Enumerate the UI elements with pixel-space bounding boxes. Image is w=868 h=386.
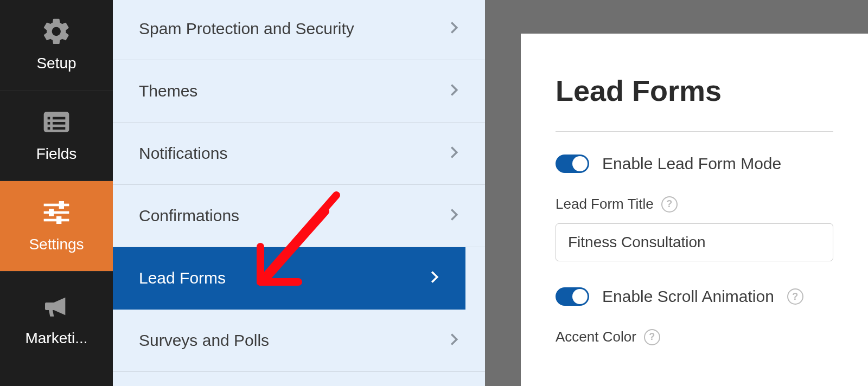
submenu-item-lead-forms[interactable]: Lead Forms xyxy=(113,247,465,310)
sidebar-item-label: Settings xyxy=(29,236,84,253)
help-icon[interactable]: ? xyxy=(787,288,803,305)
chevron-right-icon xyxy=(449,333,459,348)
help-icon[interactable]: ? xyxy=(644,329,660,345)
submenu-item-label: Spam Protection and Security xyxy=(139,20,354,38)
enable-scroll-animation-toggle[interactable] xyxy=(556,287,589,306)
submenu-item-notifications[interactable]: Notifications xyxy=(113,123,485,185)
chevron-right-icon xyxy=(449,21,459,36)
submenu-item-label: Themes xyxy=(139,82,197,100)
sidebar-item-label: Marketi... xyxy=(25,330,87,347)
chevron-right-icon xyxy=(449,208,459,223)
megaphone-icon xyxy=(40,293,73,320)
submenu-item-label: Lead Forms xyxy=(139,269,226,287)
sidebar-item-label: Setup xyxy=(36,55,76,72)
svg-rect-5 xyxy=(48,127,50,130)
enable-lead-form-mode-label: Enable Lead Form Mode xyxy=(602,155,781,173)
chevron-right-icon xyxy=(449,146,459,161)
lead-form-title-label: Lead Form Title ? xyxy=(556,196,833,213)
submenu-item-label: Surveys and Polls xyxy=(139,331,269,350)
lead-form-title-input[interactable] xyxy=(556,223,833,261)
sidebar-item-marketing[interactable]: Marketi... xyxy=(0,272,113,368)
svg-rect-4 xyxy=(53,122,65,125)
submenu-item-label: Notifications xyxy=(139,144,227,163)
submenu-item-surveys-polls[interactable]: Surveys and Polls xyxy=(113,310,485,372)
submenu-item-label: Confirmations xyxy=(139,207,239,225)
chevron-right-icon xyxy=(430,271,439,286)
svg-rect-7 xyxy=(44,204,69,207)
left-sidebar: Setup Fields Settings Marketi... xyxy=(0,0,113,386)
svg-rect-1 xyxy=(48,117,50,120)
sidebar-item-label: Fields xyxy=(36,145,77,163)
enable-lead-form-mode-toggle[interactable] xyxy=(556,155,589,173)
settings-submenu: Spam Protection and Security Themes Noti… xyxy=(113,0,485,386)
svg-rect-8 xyxy=(44,211,69,214)
enable-lead-form-mode-row: Enable Lead Form Mode xyxy=(556,155,833,173)
gear-icon xyxy=(40,18,73,45)
submenu-item-spam-protection[interactable]: Spam Protection and Security xyxy=(113,0,485,60)
svg-rect-12 xyxy=(56,216,61,224)
panel-title: Lead Forms xyxy=(556,74,833,107)
lead-forms-panel: Lead Forms Enable Lead Form Mode Lead Fo… xyxy=(521,34,868,386)
divider xyxy=(556,131,833,132)
svg-rect-11 xyxy=(49,209,54,216)
sidebar-item-settings[interactable]: Settings xyxy=(0,181,113,272)
enable-scroll-animation-label: Enable Scroll Animation xyxy=(602,287,774,306)
accent-color-label: Accent Color ? xyxy=(556,329,833,345)
submenu-item-themes[interactable]: Themes xyxy=(113,60,485,123)
svg-rect-10 xyxy=(59,201,64,209)
svg-rect-6 xyxy=(53,127,65,130)
svg-rect-2 xyxy=(53,117,65,120)
list-icon xyxy=(40,108,73,136)
enable-scroll-animation-row: Enable Scroll Animation ? xyxy=(556,287,833,306)
svg-rect-3 xyxy=(48,122,50,125)
sliders-icon xyxy=(40,199,73,226)
help-icon[interactable]: ? xyxy=(661,196,678,213)
chevron-right-icon xyxy=(449,83,459,99)
content-backdrop: Lead Forms Enable Lead Form Mode Lead Fo… xyxy=(485,0,868,386)
submenu-item-confirmations[interactable]: Confirmations xyxy=(113,185,485,247)
sidebar-item-fields[interactable]: Fields xyxy=(0,91,113,181)
sidebar-item-setup[interactable]: Setup xyxy=(0,0,113,91)
